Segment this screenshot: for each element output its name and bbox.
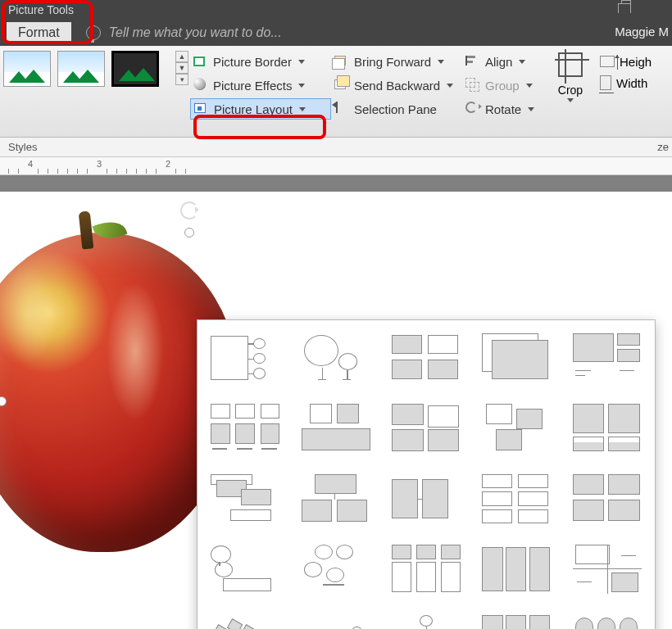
crop-label: Crop — [544, 84, 597, 97]
picture-layout-label: Picture Layout — [214, 102, 293, 116]
group-icon — [465, 78, 475, 88]
send-backward-button[interactable]: Send Backward — [331, 75, 462, 96]
layout-option[interactable] — [474, 536, 559, 602]
account-name[interactable]: Maggie M — [615, 25, 669, 38]
picture-style-thumb-selected[interactable] — [111, 51, 159, 87]
arrange-group: Bring Forward Send Backward Selection Pa… — [331, 46, 462, 137]
apple-leaf — [93, 217, 128, 244]
layout-option[interactable] — [474, 396, 559, 461]
dropdown-caret-icon — [298, 60, 305, 64]
layout-option[interactable] — [565, 536, 650, 602]
bring-forward-icon — [334, 56, 346, 66]
bring-forward-label: Bring Forward — [354, 55, 431, 69]
layout-option[interactable] — [565, 607, 650, 629]
effects-icon — [193, 78, 205, 89]
layout-option[interactable] — [293, 396, 378, 461]
group-button: Group — [462, 75, 544, 96]
size-group-label-fragment: ze — [657, 141, 669, 153]
styles-group-label: Styles — [8, 141, 37, 153]
selection-pane-button[interactable]: Selection Pane — [331, 98, 462, 120]
layout-option[interactable] — [202, 607, 288, 629]
dropdown-caret-icon — [299, 107, 306, 111]
layout-option[interactable] — [384, 325, 469, 391]
layout-option[interactable] — [474, 466, 559, 532]
dropdown-caret-icon — [298, 84, 305, 88]
size-group: Heigh Width — [597, 46, 672, 137]
ruler-mark-4: 4 — [28, 159, 33, 169]
layout-option[interactable] — [202, 536, 288, 602]
ribbon-display-options-icon[interactable] — [618, 3, 631, 13]
rotate-icon — [465, 102, 477, 113]
send-backward-icon — [334, 79, 346, 89]
layout-option[interactable] — [565, 396, 650, 461]
styles-more-icon[interactable]: ▾ — [175, 74, 188, 85]
bring-forward-button[interactable]: Bring Forward — [331, 51, 462, 72]
layout-option[interactable] — [202, 466, 288, 532]
picture-layout-menu[interactable]: Picture Layout — [190, 98, 331, 120]
align-group: Align Group Rotate — [462, 46, 544, 137]
crop-icon — [558, 52, 583, 77]
layout-option[interactable] — [202, 396, 288, 461]
selection-pane-icon — [336, 102, 338, 113]
dropdown-caret-icon — [447, 84, 453, 88]
layout-option[interactable] — [293, 607, 378, 629]
picture-border-menu[interactable]: Picture Border — [190, 51, 331, 72]
title-bar: Picture Tools — [0, 0, 672, 20]
chevron-up-icon[interactable]: ▲ — [175, 51, 188, 62]
document-canvas[interactable] — [0, 175, 672, 629]
dropdown-caret-icon — [519, 60, 525, 64]
picture-style-thumb-2[interactable] — [57, 51, 105, 87]
layout-icon — [194, 103, 206, 113]
styles-scroll[interactable]: ▲ ▼ ▾ — [175, 51, 188, 85]
tab-format[interactable]: Format — [7, 22, 71, 43]
picture-effects-menu[interactable]: Picture Effects — [190, 75, 331, 96]
tell-me-input[interactable]: Tell me what you want to do... — [109, 25, 282, 40]
layout-option[interactable] — [384, 466, 469, 532]
selection-pane-label: Selection Pane — [354, 102, 437, 116]
layout-option[interactable] — [384, 536, 469, 602]
lightbulb-icon — [86, 25, 101, 40]
height-field[interactable]: Heigh — [597, 51, 672, 72]
rotate-button[interactable]: Rotate — [462, 98, 544, 120]
send-backward-label: Send Backward — [354, 79, 440, 93]
crop-group[interactable]: Crop — [544, 46, 597, 137]
layout-option[interactable] — [565, 466, 650, 532]
border-icon — [193, 57, 205, 66]
layout-option[interactable] — [384, 607, 469, 629]
dropdown-caret-icon — [567, 98, 574, 102]
ruler-mark-3: 3 — [97, 159, 102, 169]
ribbon-tab-row: Format Tell me what you want to do... Ma… — [0, 20, 672, 46]
rotate-label: Rotate — [485, 102, 521, 116]
picture-style-thumb-1[interactable] — [3, 51, 51, 87]
chevron-down-icon[interactable]: ▼ — [175, 62, 188, 74]
width-field[interactable]: Width — [597, 72, 672, 93]
align-button[interactable]: Align — [462, 51, 544, 72]
dropdown-caret-icon — [528, 107, 534, 111]
layout-option[interactable] — [565, 325, 650, 391]
group-label: Group — [485, 79, 520, 93]
ribbon-group-label-bar: Styles ze — [0, 138, 672, 157]
selection-handle[interactable] — [184, 228, 194, 238]
layout-option[interactable] — [293, 536, 378, 602]
picture-adjust-group: Picture Border Picture Effects Picture L… — [190, 46, 331, 137]
height-label: Heigh — [620, 55, 652, 69]
layout-option[interactable] — [474, 607, 559, 629]
layout-option[interactable] — [202, 325, 288, 391]
horizontal-ruler[interactable]: 4 3 2 — [0, 157, 672, 175]
picture-effects-label: Picture Effects — [213, 79, 292, 93]
layout-option[interactable] — [293, 325, 378, 391]
picture-border-label: Picture Border — [213, 55, 292, 69]
width-icon — [600, 75, 611, 90]
ribbon: ▲ ▼ ▾ Picture Border Picture Effects Pic… — [0, 46, 672, 138]
layout-option[interactable] — [384, 396, 469, 461]
apple-highlight — [107, 282, 164, 421]
rotate-handle-icon[interactable] — [180, 201, 198, 219]
height-icon — [600, 56, 615, 67]
layout-option[interactable] — [293, 466, 378, 532]
picture-styles-group: ▲ ▼ ▾ — [0, 46, 190, 137]
apple-highlight-2 — [0, 265, 57, 364]
align-icon — [465, 56, 477, 66]
layout-option[interactable] — [474, 325, 559, 391]
ruler-mark-2: 2 — [166, 159, 170, 169]
layout-gallery-grid — [202, 325, 650, 629]
